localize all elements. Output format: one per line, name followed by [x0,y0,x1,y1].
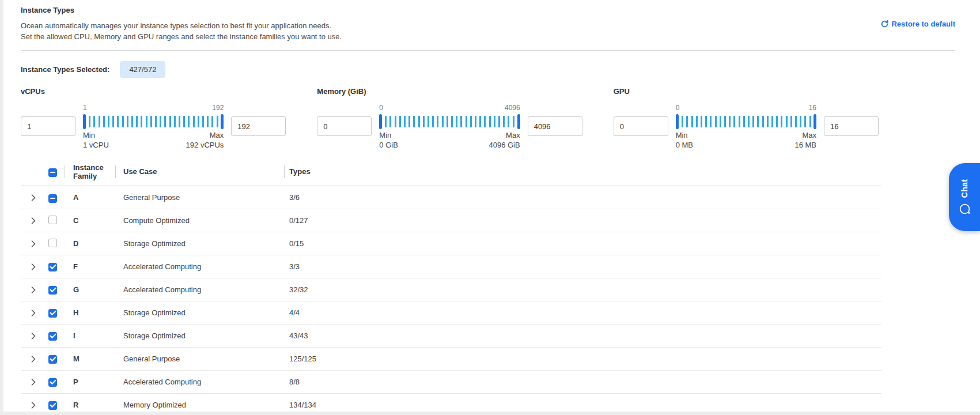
types-count-value: 32/32 [289,285,308,294]
expand-row-button[interactable] [29,354,38,364]
chevron-right-icon [31,333,36,339]
restore-label: Restore to default [891,20,955,28]
gpu-max-input[interactable] [824,116,879,136]
use-case-value: Accelerated Computing [123,378,201,386]
memory-title: Memory (GiB) [317,87,582,96]
restore-to-default-button[interactable]: Restore to default [881,20,955,28]
description-line-2: Set the allowed CPU, Memory and GPU rang… [21,31,955,42]
row-checkbox[interactable] [48,263,57,271]
gpu-max-value: 16 [809,104,816,112]
expand-row-button[interactable] [29,331,38,341]
use-case-value: Memory Optimized [123,401,186,409]
expand-row-button[interactable] [29,285,38,295]
memory-max-label: Max [506,131,520,139]
refresh-icon [881,20,888,28]
types-count-value: 3/6 [289,193,300,202]
gpu-slider-max-handle[interactable] [813,114,816,129]
memory-max-unit: 4096 GiB [489,141,520,149]
use-case-value: Accelerated Computing [123,262,201,271]
gpu-slider-track[interactable] [677,116,815,127]
memory-slider-max-handle[interactable] [517,114,520,129]
types-count-value: 43/43 [289,331,308,340]
row-checkbox[interactable] [48,332,57,341]
instance-family-value: A [73,193,78,202]
table-row: I Storage Optimized 43/43 [21,325,881,348]
row-checkbox[interactable] [48,216,57,224]
gpu-slider-min-handle[interactable] [676,114,679,129]
use-case-value: General Purpose [123,193,180,202]
vcpu-slider-min-handle[interactable] [83,114,86,129]
use-case-value: Compute Optimized [123,216,190,225]
chevron-right-icon [31,240,36,247]
memory-min-label: Min [379,131,391,139]
memory-max-input[interactable] [528,116,582,136]
table-row: R Memory Optimized 134/134 [21,394,881,415]
chevron-right-icon [31,402,36,409]
gpu-min-unit: 0 MB [676,141,693,149]
memory-max-value: 4096 [505,104,520,112]
types-count-value: 0/15 [289,239,304,248]
memory-min-input[interactable] [317,116,372,136]
description-line-1: Ocean automatically manages your instanc… [21,20,955,31]
expand-row-button[interactable] [29,193,38,202]
table-row: G Accelerated Computing 32/32 [21,278,881,301]
gpu-slider-group: GPU 0 16 Min [614,87,879,149]
row-checkbox[interactable] [48,239,57,247]
row-checkbox[interactable] [48,286,57,295]
selected-label: Instance Types Selected: [21,65,109,74]
gpu-min-input[interactable] [614,116,668,136]
page-title: Instance Types [21,6,955,14]
row-checkbox[interactable] [48,309,57,318]
instance-family-value: D [73,239,78,248]
memory-slider-track[interactable] [380,116,519,127]
vcpu-slider-max-handle[interactable] [221,114,224,129]
memory-slider-min-handle[interactable] [379,114,382,129]
column-header-instance-family: Instance Family [65,163,115,180]
instance-family-table: Instance Family Use Case Types A General… [21,157,881,415]
column-header-types: Types [284,167,881,176]
table-row: P Accelerated Computing 8/8 [21,371,881,394]
types-count-value: 0/127 [289,216,308,225]
vcpu-max-input[interactable] [231,116,286,136]
expand-row-button[interactable] [29,378,38,387]
types-count-value: 4/4 [289,308,300,317]
types-count-value: 134/134 [289,401,316,409]
chevron-right-icon [31,194,36,201]
use-case-value: Accelerated Computing [123,285,201,294]
memory-slider-group: Memory (GiB) 0 4096 [317,87,582,149]
instance-family-value: R [73,401,78,409]
chevron-right-icon [31,286,36,293]
expand-row-button[interactable] [29,401,38,410]
vcpu-min-value: 1 [83,104,87,112]
row-checkbox[interactable] [48,401,57,410]
chevron-right-icon [31,310,36,316]
instance-family-value: C [73,216,78,225]
chevron-right-icon [31,263,36,270]
gpu-title: GPU [614,87,879,96]
range-sliders: vCPUs 1 192 Min [21,87,879,149]
use-case-value: Storage Optimized [123,239,186,248]
vcpu-min-input[interactable] [21,116,75,136]
instance-family-value: H [73,308,78,317]
expand-row-button[interactable] [29,308,38,318]
instance-family-value: M [73,354,80,363]
gpu-max-unit: 16 MB [794,141,816,149]
table-row: M General Purpose 125/125 [21,348,881,371]
vcpu-slider-group: vCPUs 1 192 Min [21,87,286,149]
row-checkbox[interactable] [48,355,57,364]
row-checkbox[interactable] [48,378,57,387]
chat-button[interactable]: Chat [949,163,980,231]
types-count-value: 125/125 [289,354,316,363]
expand-row-button[interactable] [29,262,38,271]
row-checkbox[interactable] [48,194,57,203]
expand-row-button[interactable] [29,216,38,225]
gpu-min-label: Min [676,131,688,139]
instance-family-value: G [73,285,79,294]
vcpu-max-label: Max [210,131,224,139]
vcpu-slider-track[interactable] [84,116,222,127]
select-all-checkbox[interactable] [48,168,57,177]
use-case-value: Storage Optimized [123,331,186,340]
table-row: D Storage Optimized 0/15 [21,232,881,255]
vcpu-title: vCPUs [21,87,286,96]
expand-row-button[interactable] [29,239,38,248]
